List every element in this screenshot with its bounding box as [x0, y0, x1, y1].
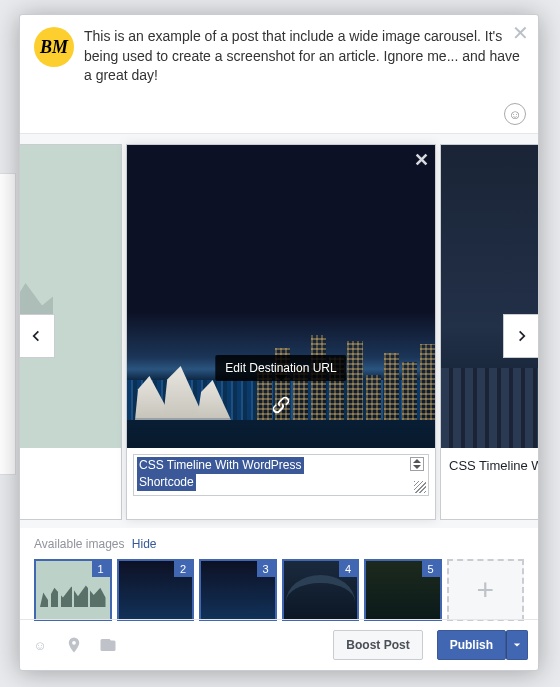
- stepper-icon[interactable]: [410, 457, 424, 471]
- card-title-input[interactable]: CSS Timeline With WordPress Shortcode: [133, 454, 429, 496]
- thumb-badge: 4: [339, 561, 357, 577]
- add-image-button[interactable]: +: [447, 559, 525, 621]
- thumb-5[interactable]: 5: [364, 559, 442, 621]
- boost-post-button[interactable]: Boost Post: [333, 630, 422, 660]
- available-images-heading: Available images Hide: [34, 537, 524, 551]
- carousel-card-next-caption: CSS Timeline W: [441, 448, 538, 474]
- emoji-footer-icon[interactable]: ☺: [30, 635, 50, 655]
- chevron-left-icon: [29, 329, 43, 343]
- tag-icon[interactable]: [98, 635, 118, 655]
- carousel-card-main-image[interactable]: ✕ Edit Destination URL: [127, 145, 435, 448]
- publish-button[interactable]: Publish: [437, 630, 506, 660]
- title-line-2: Shortcode: [137, 474, 196, 491]
- thumb-badge: 5: [422, 561, 440, 577]
- resize-handle-icon[interactable]: [414, 481, 426, 493]
- carousel-prev-button[interactable]: [20, 314, 55, 358]
- hide-thumbs-link[interactable]: Hide: [132, 537, 157, 551]
- remove-image-icon[interactable]: ✕: [414, 149, 429, 171]
- thumb-row: 1 2 3 4 5 +: [34, 559, 524, 621]
- available-images-label: Available images: [34, 537, 125, 551]
- emoji-icon[interactable]: ☺: [504, 103, 526, 125]
- thumb-1[interactable]: 1: [34, 559, 112, 621]
- close-icon[interactable]: ✕: [510, 23, 530, 43]
- post-text[interactable]: This is an example of a post that includ…: [84, 27, 524, 86]
- composer-footer: ☺ Boost Post Publish: [20, 619, 538, 670]
- location-icon[interactable]: [64, 635, 84, 655]
- link-icon[interactable]: [267, 391, 295, 419]
- chevron-down-icon: [513, 641, 521, 649]
- carousel-next-button[interactable]: [503, 314, 538, 358]
- thumb-3[interactable]: 3: [199, 559, 277, 621]
- carousel-card-prev-image: [20, 145, 121, 448]
- carousel-card-main: ✕ Edit Destination URL CSS Timeline With…: [126, 144, 436, 520]
- thumb-badge: 3: [257, 561, 275, 577]
- available-images: Available images Hide 1 2 3 4 5 +: [34, 537, 524, 621]
- publish-dropdown-button[interactable]: [506, 630, 528, 660]
- carousel: rtcode ✕ Edit Destination URL CSS Timeli…: [20, 133, 538, 528]
- avatar[interactable]: BM: [34, 27, 74, 67]
- edit-url-tooltip: Edit Destination URL: [215, 355, 346, 381]
- composer-modal: ✕ BM This is an example of a post that i…: [19, 14, 539, 671]
- composer-header: BM This is an example of a post that inc…: [20, 15, 538, 100]
- carousel-card-next-image: [441, 145, 538, 448]
- thumb-4[interactable]: 4: [282, 559, 360, 621]
- thumb-2[interactable]: 2: [117, 559, 195, 621]
- thumb-badge: 1: [92, 561, 110, 577]
- carousel-card-prev-caption: rtcode: [20, 448, 121, 474]
- background-card: [0, 173, 16, 475]
- thumb-badge: 2: [174, 561, 192, 577]
- chevron-right-icon: [515, 329, 529, 343]
- title-line-1: CSS Timeline With WordPress: [137, 457, 304, 474]
